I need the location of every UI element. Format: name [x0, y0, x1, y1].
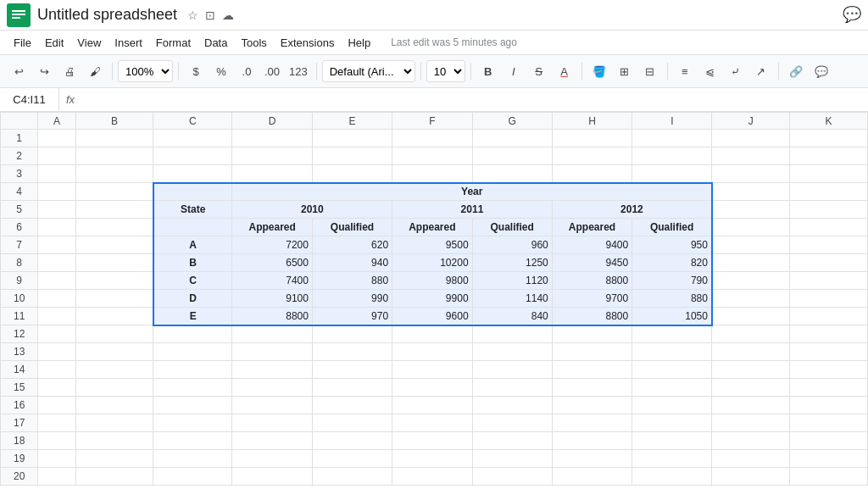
paint-format-button[interactable]: 🖌	[83, 59, 107, 83]
cell-r9-c7[interactable]: 1120	[472, 272, 552, 290]
zoom-select[interactable]: 100%	[118, 60, 173, 82]
cell-r15-c6[interactable]	[392, 379, 472, 397]
cell-r9-c11[interactable]	[790, 272, 868, 290]
cell-r2-c5[interactable]	[312, 147, 392, 165]
cell-r7-c7[interactable]: 960	[472, 236, 552, 254]
cell-r18-c11[interactable]	[790, 432, 868, 450]
cell-r16-c3[interactable]	[153, 397, 232, 414]
cell-r1-c6[interactable]	[392, 130, 472, 147]
cell-r18-c6[interactable]	[392, 432, 472, 450]
cell-r3-c3[interactable]	[153, 165, 232, 183]
cell-r6-c5[interactable]: Qualified	[312, 219, 392, 236]
cell-r16-c9[interactable]	[632, 397, 712, 414]
cell-r16-c4[interactable]	[232, 397, 312, 414]
cell-r12-c5[interactable]	[312, 325, 392, 343]
cell-r7-c5[interactable]: 620	[312, 236, 392, 254]
cell-r19-c1[interactable]	[38, 450, 75, 468]
cell-r11-c3[interactable]: E	[153, 308, 232, 325]
cell-r16-c2[interactable]	[75, 397, 153, 414]
print-button[interactable]: 🖨	[58, 59, 81, 83]
cell-r6-c4[interactable]: Appeared	[232, 219, 312, 236]
cell-r6-c11[interactable]	[790, 219, 868, 236]
borders-button[interactable]: ⊞	[613, 59, 637, 83]
format123-button[interactable]: 123	[286, 59, 311, 83]
cell-r15-c10[interactable]	[712, 379, 790, 397]
cell-r4-c3[interactable]	[153, 183, 232, 201]
cell-r12-c1[interactable]	[38, 325, 75, 343]
cell-r10-c4[interactable]: 9100	[232, 290, 312, 308]
row-header-1[interactable]: 1	[1, 130, 38, 147]
cell-r14-c11[interactable]	[790, 361, 868, 379]
col-header-F[interactable]: F	[392, 113, 472, 130]
menu-tools[interactable]: Tools	[234, 35, 273, 51]
cell-r20-c7[interactable]	[472, 468, 552, 486]
cell-r17-c8[interactable]	[552, 414, 632, 432]
doc-title[interactable]: Untitled spreadsheet	[37, 6, 177, 24]
row-header-16[interactable]: 16	[1, 397, 38, 414]
cell-r17-c4[interactable]	[232, 414, 312, 432]
cell-r16-c1[interactable]	[38, 397, 75, 414]
cell-r20-c6[interactable]	[392, 468, 472, 486]
cell-r12-c8[interactable]	[552, 325, 632, 343]
cell-r14-c8[interactable]	[552, 361, 632, 379]
cell-r3-c5[interactable]	[312, 165, 392, 183]
cell-r19-c8[interactable]	[552, 450, 632, 468]
cell-r19-c7[interactable]	[472, 450, 552, 468]
col-header-D[interactable]: D	[232, 113, 312, 130]
cell-r3-c1[interactable]	[38, 165, 75, 183]
cell-r10-c10[interactable]	[712, 290, 790, 308]
col-header-H[interactable]: H	[552, 113, 632, 130]
cell-r16-c10[interactable]	[712, 397, 790, 414]
cell-r18-c7[interactable]	[472, 432, 552, 450]
cell-r20-c10[interactable]	[712, 468, 790, 486]
strikethrough-button[interactable]: S	[527, 59, 551, 83]
cell-r9-c4[interactable]: 7400	[232, 272, 312, 290]
year2012-header[interactable]: 2012	[552, 201, 712, 219]
cell-r8-c5[interactable]: 940	[312, 254, 392, 272]
row-header-3[interactable]: 3	[1, 165, 38, 183]
row-header-6[interactable]: 6	[1, 219, 38, 236]
cell-r6-c6[interactable]: Appeared	[392, 219, 472, 236]
row-header-8[interactable]: 8	[1, 254, 38, 272]
cell-r17-c3[interactable]	[153, 414, 232, 432]
col-header-C[interactable]: C	[153, 113, 232, 130]
cell-r5-c2[interactable]	[75, 201, 153, 219]
cell-r3-c7[interactable]	[472, 165, 552, 183]
cell-r18-c4[interactable]	[232, 432, 312, 450]
cell-r4-c10[interactable]	[712, 183, 790, 201]
halign-button[interactable]: ≡	[673, 59, 697, 83]
cell-r18-c1[interactable]	[38, 432, 75, 450]
percent-button[interactable]: %	[209, 59, 233, 83]
cell-r20-c8[interactable]	[552, 468, 632, 486]
cell-r14-c10[interactable]	[712, 361, 790, 379]
cell-r8-c4[interactable]: 6500	[232, 254, 312, 272]
cell-r16-c6[interactable]	[392, 397, 472, 414]
cell-r2-c3[interactable]	[153, 147, 232, 165]
font-size-select[interactable]: 10	[426, 60, 465, 82]
cell-r19-c2[interactable]	[75, 450, 153, 468]
cell-r1-c3[interactable]	[153, 130, 232, 147]
cell-r20-c5[interactable]	[312, 468, 392, 486]
cell-r3-c10[interactable]	[712, 165, 790, 183]
cell-r8-c9[interactable]: 820	[632, 254, 712, 272]
cell-r9-c10[interactable]	[712, 272, 790, 290]
wrap-button[interactable]: ⤶	[724, 59, 748, 83]
cell-r6-c10[interactable]	[712, 219, 790, 236]
cell-r4-c11[interactable]	[790, 183, 868, 201]
cell-r7-c11[interactable]	[790, 236, 868, 254]
cell-r17-c10[interactable]	[712, 414, 790, 432]
row-header-18[interactable]: 18	[1, 432, 38, 450]
cell-r17-c5[interactable]	[312, 414, 392, 432]
cell-r9-c1[interactable]	[38, 272, 75, 290]
cell-r4-c2[interactable]	[75, 183, 153, 201]
cell-r1-c11[interactable]	[790, 130, 868, 147]
cell-r13-c8[interactable]	[552, 343, 632, 361]
cell-r20-c4[interactable]	[232, 468, 312, 486]
cell-r11-c2[interactable]	[75, 308, 153, 325]
col-header-E[interactable]: E	[312, 113, 392, 130]
cell-r17-c7[interactable]	[472, 414, 552, 432]
cell-r3-c8[interactable]	[552, 165, 632, 183]
col-header-A[interactable]: A	[38, 113, 75, 130]
cell-r8-c2[interactable]	[75, 254, 153, 272]
menu-edit[interactable]: Edit	[38, 35, 70, 51]
